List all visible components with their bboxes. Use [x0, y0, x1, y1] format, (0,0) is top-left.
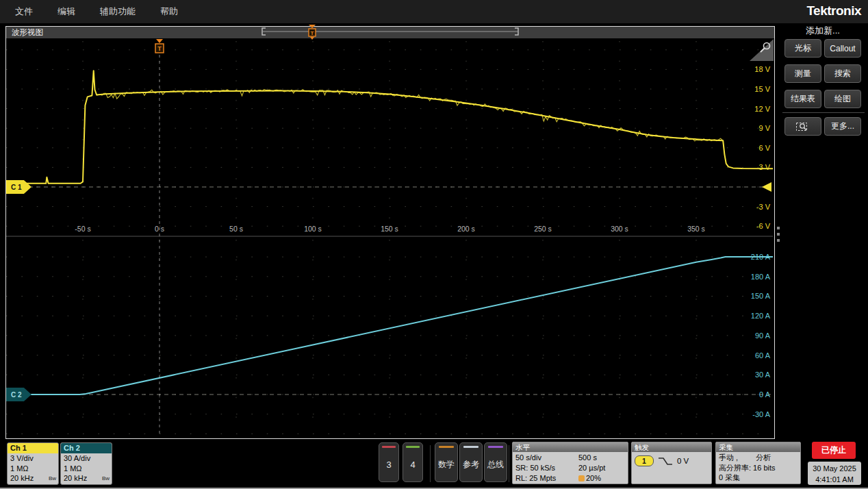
x-axis-label: 50 s [229, 225, 243, 233]
ch1-badge-header: Ch 1 [8, 443, 58, 453]
y-axis-label: 9 V [758, 124, 770, 132]
menu-utility[interactable]: 辅助功能 [100, 5, 136, 18]
bus-button[interactable]: 总线 [484, 442, 507, 482]
x-axis-label: 200 s [457, 225, 475, 233]
y-axis-label: -3 V [756, 203, 771, 211]
menu-help[interactable]: 帮助 [160, 5, 178, 18]
waveform-noise [97, 90, 722, 141]
ch2-badge-header: Ch 2 [61, 443, 112, 453]
bus-color-stripe [488, 446, 503, 448]
slider-trigger-tick-icon [310, 37, 314, 40]
falling-edge-icon [658, 457, 673, 466]
waveform-trace[interactable] [7, 71, 773, 183]
horizontal-panel-title: 水平 [513, 442, 628, 452]
acquisition-panel-body: 手动 ,分析 高分辨率: 16 bits 0 采集 [716, 452, 800, 484]
trigger-level: 0 V [677, 456, 689, 466]
button-divider [430, 445, 431, 482]
trigger-marker-letter: T [157, 45, 162, 52]
zoom-corner-button[interactable] [749, 38, 774, 62]
waveform-view-tab-label: 波形视图 [12, 28, 43, 36]
panel-splitter-handle[interactable] [777, 227, 780, 242]
trigger-panel[interactable]: 触发 1 0 V [631, 442, 712, 484]
math-color-stripe [439, 446, 454, 448]
stop-button[interactable]: 已停止 [812, 442, 856, 459]
zoom-area-button[interactable] [784, 117, 821, 136]
x-axis-label: -50 s [75, 225, 90, 233]
y-axis-label: 180 A [751, 273, 771, 281]
datetime-display: 30 May 2025 4:41:01 AM [808, 462, 861, 485]
more-button[interactable]: 更多... [824, 117, 861, 136]
y-axis-label: 12 V [754, 105, 770, 113]
waveform-graticule[interactable]: 18 V15 V12 V9 V6 V3 V0-3 V-6 V-50 s0 s50… [6, 38, 773, 437]
horizontal-panel[interactable]: 水平 50 s/div500 s SR: 50 kS/s20 µs/pt RL:… [512, 442, 628, 484]
math-button[interactable]: 数学 [435, 442, 458, 482]
y-axis-label: 18 V [754, 65, 770, 73]
ch4-color-stripe [406, 446, 419, 448]
callout-button[interactable]: Callout [824, 39, 861, 58]
ch4-button[interactable]: 4 [403, 442, 423, 482]
search-button[interactable]: 搜索 [824, 64, 861, 83]
y-axis-label: 15 V [754, 85, 770, 93]
compression-icon [578, 475, 585, 481]
menu-bar: 文件 编辑 辅助功能 帮助 [0, 0, 868, 23]
ch2-badge[interactable]: Ch 2 30 A/div 1 MΩ 20 kHz Bw [60, 442, 112, 485]
menu-edit[interactable]: 编辑 [58, 5, 75, 18]
y-axis-label: -30 A [752, 410, 770, 418]
add-new-label: 添加新... [780, 25, 865, 37]
slider-trigger-arrow-icon [309, 25, 316, 28]
waveform-view-panel: 波形视图 18 V15 V12 V9 V6 V3 V0-3 V-6 V-50 s… [5, 26, 775, 439]
x-axis-label: 100 s [304, 225, 322, 233]
sidebar-divider [782, 112, 865, 113]
y-axis-label: 0 A [759, 390, 771, 399]
ch3-color-stripe [382, 446, 395, 448]
ref-color-stripe [463, 446, 478, 448]
ch2-badge-body: 30 A/div 1 MΩ 20 kHz Bw [61, 453, 112, 484]
slider-trigger-letter: T [311, 30, 314, 36]
x-axis-label: 350 s [687, 225, 705, 233]
y-axis-label: 60 A [755, 351, 771, 360]
y-axis-label: 150 A [751, 292, 771, 300]
results-table-button[interactable]: 结果表 [784, 90, 821, 108]
ref-button[interactable]: 参考 [459, 442, 483, 482]
ch1-bandwidth-icon: Bw [49, 474, 56, 484]
trigger-source-badge: 1 [635, 455, 654, 466]
y-axis-label: 3 V [758, 163, 770, 171]
ch1-badge[interactable]: Ch 1 3 V/div 1 MΩ 20 kHz Bw [7, 442, 59, 485]
horizontal-panel-body: 50 s/div500 s SR: 50 kS/s20 µs/pt RL: 25… [513, 452, 628, 484]
cursor-button[interactable]: 光标 [784, 39, 821, 58]
acquisition-panel[interactable]: 采集 手动 ,分析 高分辨率: 16 bits 0 采集 [715, 442, 801, 484]
y-axis-label: 90 A [755, 331, 771, 340]
tektronix-logo: Tektronix [806, 3, 861, 18]
trigger-panel-body: 1 0 V [632, 452, 711, 467]
trigger-panel-title: 触发 [632, 442, 711, 452]
waveform-trace[interactable] [7, 257, 773, 394]
y-axis-label: 6 V [758, 144, 770, 152]
menu-file[interactable]: 文件 [15, 5, 33, 18]
x-axis-label: 150 s [381, 225, 398, 233]
y-axis-label: 30 A [755, 371, 771, 379]
section-divider [509, 445, 509, 482]
ch1-badge-body: 3 V/div 1 MΩ 20 kHz Bw [8, 453, 58, 484]
ch2-bandwidth-icon: Bw [102, 474, 110, 484]
x-axis-label: 250 s [534, 225, 552, 233]
zoom-corner-triangle [750, 39, 774, 61]
plot-button[interactable]: 绘图 [824, 90, 861, 108]
x-axis-label: 300 s [611, 225, 628, 233]
acquisition-panel-title: 采集 [716, 442, 800, 452]
trigger-arrow-icon [156, 39, 163, 43]
zoom-area-icon [795, 121, 810, 132]
y-axis-label: 120 A [751, 312, 771, 320]
ch3-button[interactable]: 3 [379, 442, 399, 482]
y-axis-label: -6 V [756, 222, 771, 230]
horizontal-position-slider[interactable]: T [253, 23, 527, 41]
measure-button[interactable]: 测量 [784, 64, 821, 83]
